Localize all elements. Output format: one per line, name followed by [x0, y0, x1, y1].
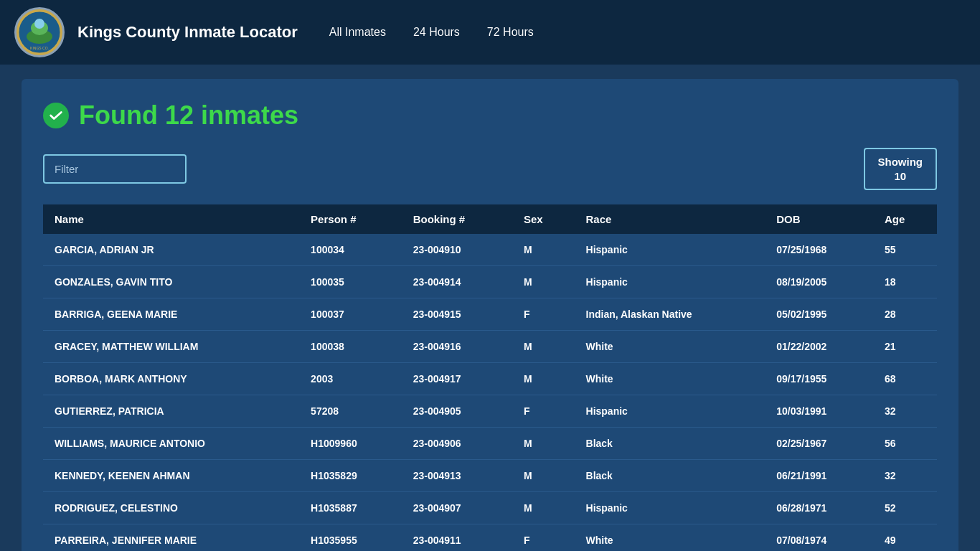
cell-age: 28	[873, 298, 937, 331]
cell-booking: 23-004917	[402, 363, 512, 395]
cell-booking: 23-004911	[402, 524, 512, 552]
svg-point-3	[34, 19, 44, 29]
controls-row: Showing 10	[43, 148, 937, 190]
site-title: Kings County Inmate Locator	[77, 23, 298, 42]
table-row[interactable]: GRACEY, MATTHEW WILLIAM10003823-004916MW…	[43, 331, 937, 363]
filter-input[interactable]	[43, 154, 187, 184]
cell-person: H1035829	[299, 460, 402, 492]
table-row[interactable]: RODRIGUEZ, CELESTINOH103588723-004907MHi…	[43, 492, 937, 524]
table-row[interactable]: GONZALES, GAVIN TITO10003523-004914MHisp…	[43, 266, 937, 298]
cell-race: Black	[575, 460, 765, 492]
table-row[interactable]: KENNEDY, KEENEN AHMANH103582923-004913MB…	[43, 460, 937, 492]
cell-sex: M	[512, 363, 575, 395]
check-icon	[43, 103, 69, 128]
cell-age: 32	[873, 460, 937, 492]
table-header-row: Name Person # Booking # Sex Race DOB Age	[43, 204, 937, 234]
cell-booking: 23-004907	[402, 492, 512, 524]
cell-name: GONZALES, GAVIN TITO	[43, 266, 299, 298]
cell-dob: 02/25/1967	[765, 428, 873, 460]
main-nav: All Inmates 24 Hours 72 Hours	[326, 22, 537, 43]
col-header-age: Age	[873, 204, 937, 234]
cell-name: GRACEY, MATTHEW WILLIAM	[43, 331, 299, 363]
table-row[interactable]: GARCIA, ADRIAN JR10003423-004910MHispani…	[43, 234, 937, 266]
cell-race: White	[575, 331, 765, 363]
col-header-booking: Booking #	[402, 204, 512, 234]
cell-dob: 06/21/1991	[765, 460, 873, 492]
showing-label: Showing	[878, 156, 923, 168]
table-row[interactable]: WILLIAMS, MAURICE ANTONIOH100996023-0049…	[43, 428, 937, 460]
cell-booking: 23-004910	[402, 234, 512, 266]
cell-name: RODRIGUEZ, CELESTINO	[43, 492, 299, 524]
cell-age: 49	[873, 524, 937, 552]
table-row[interactable]: BARRIGA, GEENA MARIE10003723-004915FIndi…	[43, 298, 937, 331]
cell-person: H1009960	[299, 428, 402, 460]
cell-booking: 23-004916	[402, 331, 512, 363]
cell-sex: M	[512, 492, 575, 524]
cell-person: 100035	[299, 266, 402, 298]
cell-age: 52	[873, 492, 937, 524]
cell-person: 100038	[299, 331, 402, 363]
col-header-race: Race	[575, 204, 765, 234]
table-row[interactable]: GUTIERREZ, PATRICIA5720823-004905FHispan…	[43, 395, 937, 428]
cell-name: BARRIGA, GEENA MARIE	[43, 298, 299, 331]
showing-box: Showing 10	[864, 148, 938, 190]
cell-name: WILLIAMS, MAURICE ANTONIO	[43, 428, 299, 460]
nav-72-hours[interactable]: 72 Hours	[484, 22, 537, 43]
cell-dob: 01/22/2002	[765, 331, 873, 363]
cell-age: 55	[873, 234, 937, 266]
cell-age: 56	[873, 428, 937, 460]
inmate-table: Name Person # Booking # Sex Race DOB Age…	[43, 204, 937, 551]
cell-dob: 06/28/1971	[765, 492, 873, 524]
cell-person: 100037	[299, 298, 402, 331]
cell-name: PARREIRA, JENNIFER MARIE	[43, 524, 299, 552]
cell-race: Hispanic	[575, 266, 765, 298]
cell-race: Black	[575, 428, 765, 460]
showing-count: 10	[894, 170, 906, 182]
header: KINGS CO. Kings County Inmate Locator Al…	[0, 0, 980, 65]
col-header-name: Name	[43, 204, 299, 234]
cell-sex: F	[512, 395, 575, 428]
cell-race: Indian, Alaskan Native	[575, 298, 765, 331]
cell-dob: 10/03/1991	[765, 395, 873, 428]
cell-age: 18	[873, 266, 937, 298]
cell-name: BORBOA, MARK ANTHONY	[43, 363, 299, 395]
cell-sex: F	[512, 524, 575, 552]
cell-age: 68	[873, 363, 937, 395]
nav-all-inmates[interactable]: All Inmates	[326, 22, 389, 43]
cell-sex: M	[512, 428, 575, 460]
cell-sex: F	[512, 298, 575, 331]
found-text: Found 12 inmates	[79, 100, 298, 131]
cell-dob: 08/19/2005	[765, 266, 873, 298]
cell-person: 100034	[299, 234, 402, 266]
cell-person: H1035955	[299, 524, 402, 552]
col-header-sex: Sex	[512, 204, 575, 234]
cell-person: 2003	[299, 363, 402, 395]
cell-sex: M	[512, 266, 575, 298]
cell-race: Hispanic	[575, 395, 765, 428]
cell-sex: M	[512, 460, 575, 492]
cell-booking: 23-004906	[402, 428, 512, 460]
main-content: Found 12 inmates Showing 10 Name Person …	[22, 79, 958, 551]
col-header-dob: DOB	[765, 204, 873, 234]
logo: KINGS CO.	[14, 7, 65, 57]
nav-24-hours[interactable]: 24 Hours	[410, 22, 463, 43]
cell-race: Hispanic	[575, 234, 765, 266]
cell-booking: 23-004914	[402, 266, 512, 298]
cell-name: KENNEDY, KEENEN AHMAN	[43, 460, 299, 492]
cell-race: Hispanic	[575, 492, 765, 524]
cell-booking: 23-004915	[402, 298, 512, 331]
col-header-person: Person #	[299, 204, 402, 234]
cell-race: White	[575, 524, 765, 552]
cell-dob: 07/25/1968	[765, 234, 873, 266]
cell-name: GARCIA, ADRIAN JR	[43, 234, 299, 266]
cell-person: 57208	[299, 395, 402, 428]
cell-age: 32	[873, 395, 937, 428]
cell-dob: 07/08/1974	[765, 524, 873, 552]
cell-dob: 09/17/1955	[765, 363, 873, 395]
table-row[interactable]: PARREIRA, JENNIFER MARIEH103595523-00491…	[43, 524, 937, 552]
cell-race: White	[575, 363, 765, 395]
cell-name: GUTIERREZ, PATRICIA	[43, 395, 299, 428]
table-row[interactable]: BORBOA, MARK ANTHONY200323-004917MWhite0…	[43, 363, 937, 395]
cell-sex: M	[512, 331, 575, 363]
found-header: Found 12 inmates	[43, 100, 937, 131]
